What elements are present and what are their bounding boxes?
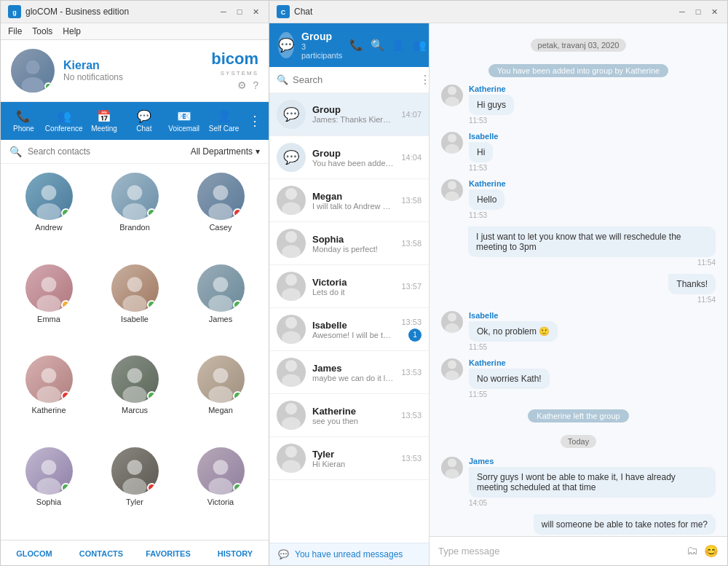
add-person-icon[interactable]: 👤 xyxy=(392,39,405,52)
conv-name: Group xyxy=(312,104,395,115)
svg-point-37 xyxy=(282,331,301,344)
nav-conference[interactable]: 👥 Conference xyxy=(44,106,84,135)
menu-file[interactable]: File xyxy=(8,26,22,36)
online-status-dot xyxy=(44,82,52,90)
contact-avatar xyxy=(25,264,73,312)
conv-item-katherine[interactable]: Katherine see you then 13:53 xyxy=(269,394,429,437)
svg-point-22 xyxy=(41,460,57,475)
conv-time: 14:04 xyxy=(401,153,422,162)
voicemail-icon: 📧 xyxy=(177,109,191,123)
bottom-tab-glocom[interactable]: GLOCOM xyxy=(1,541,68,565)
svg-point-2 xyxy=(25,60,39,74)
nav-voicemail[interactable]: 📧 Voicemail xyxy=(164,106,204,135)
msg-content: Katherine Hi guys 11:53 xyxy=(469,84,716,125)
call-icon[interactable]: 📞 xyxy=(349,39,363,52)
svg-point-49 xyxy=(445,192,459,201)
contact-name: Megan xyxy=(208,406,233,414)
contact-item-james[interactable]: James xyxy=(181,264,260,349)
chat-minimize-button[interactable]: ─ xyxy=(676,6,688,17)
status-dot xyxy=(147,300,157,310)
contact-item-casey[interactable]: Casey xyxy=(181,173,260,257)
nav-phone[interactable]: 📞 Phone xyxy=(4,106,44,135)
msg-content: Katherine Hello 11:53 xyxy=(469,179,716,219)
maximize-button[interactable]: □ xyxy=(234,6,245,17)
conv-time: 14:07 xyxy=(401,110,422,119)
msg-time: 11:54 xyxy=(697,259,716,267)
conv-item-james[interactable]: James maybe we can do it later 13:53 xyxy=(269,351,429,394)
bottom-tab-contacts[interactable]: CONTACTS xyxy=(68,541,135,565)
msg-bubble: Ok, no problem 🙂 xyxy=(469,321,558,342)
contact-item-isabelle[interactable]: Isabelle xyxy=(95,264,174,349)
conv-preview: I will talk to Andrew about it xyxy=(312,202,395,211)
system-msg-left: Katherine left the group xyxy=(441,410,716,421)
menu-tools[interactable]: Tools xyxy=(32,26,52,36)
svg-point-10 xyxy=(41,277,57,292)
contact-item-marcus[interactable]: Marcus xyxy=(95,355,174,440)
contact-avatar xyxy=(197,447,245,495)
help-icon[interactable]: ? xyxy=(253,79,258,91)
minimize-button[interactable]: ─ xyxy=(218,6,229,17)
bottom-tab-history[interactable]: HISTORY xyxy=(202,541,269,565)
contact-avatar xyxy=(25,447,73,495)
conv-avatar xyxy=(277,358,306,387)
contact-item-megan[interactable]: Megan xyxy=(181,355,260,440)
conv-preview: maybe we can do it later xyxy=(312,374,395,382)
msg-content: James Sorry guys I wont be able to make … xyxy=(469,457,716,507)
contact-item-brandon[interactable]: Brandon xyxy=(95,173,174,257)
message-input[interactable] xyxy=(438,546,681,557)
conv-search-input[interactable] xyxy=(293,74,415,85)
svg-point-14 xyxy=(213,277,229,292)
nav-chat[interactable]: 💬 Chat xyxy=(124,106,164,135)
conv-item-group1[interactable]: 💬 Group James: Thanks Kieran 😍 14:07 xyxy=(269,93,429,136)
nav-selfcare[interactable]: 👤 Self Care xyxy=(204,106,244,135)
contact-item-sophia[interactable]: Sophia xyxy=(9,447,88,532)
conv-time: 13:53 xyxy=(401,368,422,377)
contact-item-andrew[interactable]: Andrew xyxy=(9,173,88,257)
conv-item-megan[interactable]: Megan I will talk to Andrew about it 13:… xyxy=(269,179,429,222)
meeting-icon: 📅 xyxy=(97,109,111,123)
emoji-icon[interactable]: 😊 xyxy=(704,544,719,558)
unread-messages-bar[interactable]: 💬 You have unread messages xyxy=(269,543,429,565)
svg-point-15 xyxy=(208,295,232,312)
contact-item-tyler[interactable]: Tyler xyxy=(95,447,174,532)
svg-point-7 xyxy=(122,203,146,220)
msg-time: 11:54 xyxy=(697,296,716,304)
conv-meta: 14:07 xyxy=(401,110,422,119)
conv-item-tyler[interactable]: Tyler Hi Kieran 13:53 xyxy=(269,437,429,480)
svg-point-38 xyxy=(285,360,297,372)
chat-close-button[interactable]: ✕ xyxy=(708,6,720,17)
msg-time: 11:55 xyxy=(469,343,716,351)
dept-select[interactable]: All Departments ▾ xyxy=(191,146,260,157)
contact-item-victoria[interactable]: Victoria xyxy=(181,447,260,532)
svg-point-46 xyxy=(448,133,456,142)
chat-maximize-button[interactable]: □ xyxy=(692,6,704,17)
contact-name: Sophia xyxy=(36,498,61,506)
header-search-icon[interactable]: 🔍 xyxy=(371,39,384,52)
contact-item-emma[interactable]: Emma xyxy=(9,264,88,349)
search-contacts-input[interactable] xyxy=(28,146,185,157)
contact-avatar xyxy=(197,173,245,220)
close-button[interactable]: ✕ xyxy=(250,6,261,17)
conv-preview: James: Thanks Kieran 😍 xyxy=(312,115,395,125)
msg-time: 11:53 xyxy=(469,117,716,125)
conv-item-group2[interactable]: 💬 Group You have been added to grou... 1… xyxy=(269,136,429,179)
settings-icon[interactable]: ⚙ xyxy=(237,79,247,91)
person-settings-icon[interactable]: 👥 xyxy=(413,39,427,52)
contact-name: Tyler xyxy=(126,498,143,506)
conv-item-sophia[interactable]: Sophia Monday is perfect! 13:58 xyxy=(269,222,429,265)
msg-content: will someone be able to take notes for m… xyxy=(441,514,716,536)
menu-help[interactable]: Help xyxy=(63,26,81,36)
svg-point-3 xyxy=(22,77,44,93)
contact-name: Casey xyxy=(209,223,232,232)
bottom-tab-favorites[interactable]: FAVORITES xyxy=(135,541,202,565)
conv-item-victoria[interactable]: Victoria Lets do it 13:57 xyxy=(269,265,429,308)
msg-avatar xyxy=(441,311,463,333)
conv-item-isabelle[interactable]: Isabelle Awesome! I will be there 13:53 … xyxy=(269,308,429,351)
contact-item-katherine[interactable]: Katherine xyxy=(9,355,88,440)
attach-icon[interactable]: 🗂 xyxy=(687,544,698,558)
conv-info: Group You have been added to grou... xyxy=(312,148,395,168)
group-info: Group 3 participants xyxy=(301,31,342,60)
svg-text:g: g xyxy=(12,9,17,16)
nav-meeting[interactable]: 📅 Meeting xyxy=(84,106,124,135)
nav-more-icon[interactable]: ⋮ xyxy=(244,113,266,129)
